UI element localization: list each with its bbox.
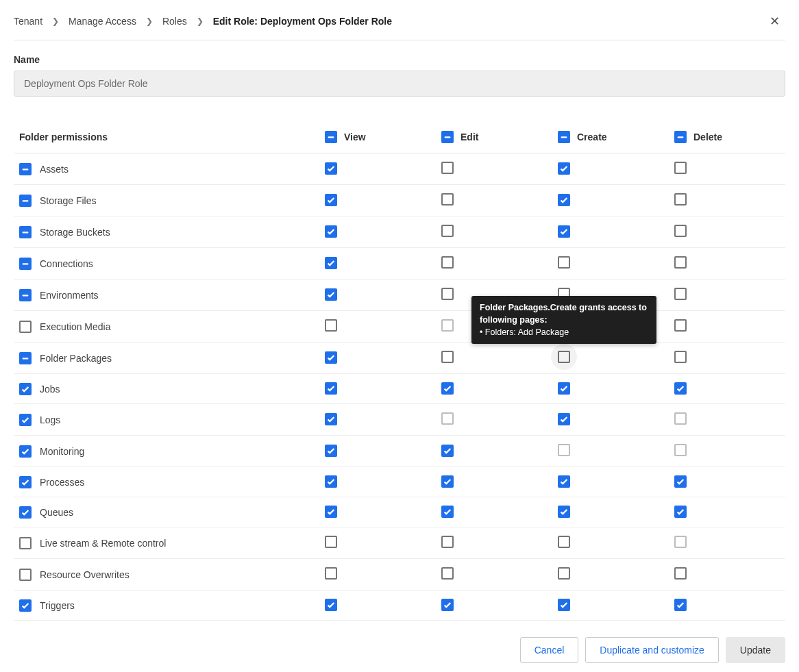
perm-jobs-create[interactable] [558,382,570,395]
breadcrumb-roles[interactable]: Roles [162,16,187,27]
column-toggle-view[interactable] [325,131,337,143]
perm-queues-edit[interactable] [441,506,454,518]
perm-assets-edit[interactable] [441,162,454,174]
svg-rect-4 [23,169,29,170]
perm-execution-media-edit[interactable] [441,319,454,332]
perm-execution-media-view[interactable] [325,319,337,332]
perm-processes-delete[interactable] [674,475,687,488]
perm-assets-delete[interactable] [674,162,687,174]
perm-monitoring-view[interactable] [325,445,337,457]
row-toggle-execution-media[interactable] [19,321,32,333]
perm-monitoring-create[interactable] [558,444,570,456]
breadcrumb-tenant[interactable]: Tenant [14,16,42,27]
column-toggle-edit[interactable] [441,131,454,143]
row-toggle-processes[interactable] [19,476,32,488]
row-toggle-environments[interactable] [19,289,32,301]
perm-connections-edit[interactable] [441,256,454,269]
perm-jobs-delete[interactable] [674,382,687,395]
perm-resource-overwrites-delete[interactable] [674,567,687,580]
row-toggle-assets[interactable] [19,163,32,175]
folder-permissions-table: Folder permissions View Edit Create Dele… [14,124,785,621]
row-toggle-queues[interactable] [19,506,32,519]
perm-logs-delete[interactable] [674,412,687,425]
perm-live-stream-remote-control-view[interactable] [325,536,337,548]
perm-triggers-delete[interactable] [674,599,687,611]
perm-folder-packages-edit[interactable] [441,351,454,363]
perm-jobs-edit[interactable] [441,382,454,395]
row-toggle-connections[interactable] [19,258,32,270]
cancel-button[interactable]: Cancel [520,637,579,663]
perm-connections-view[interactable] [325,257,337,269]
perm-processes-view[interactable] [325,475,337,488]
row-toggle-monitoring[interactable] [19,445,32,458]
svg-rect-2 [561,136,567,138]
perm-storage-files-delete[interactable] [674,193,687,206]
perm-storage-buckets-view[interactable] [325,225,337,238]
perm-logs-edit[interactable] [441,412,454,425]
perm-connections-delete[interactable] [674,256,687,269]
perm-storage-buckets-create[interactable] [558,225,570,238]
column-toggle-delete[interactable] [674,131,687,143]
close-icon[interactable]: ✕ [764,11,785,32]
perm-assets-view[interactable] [325,162,337,175]
perm-folder-packages-create[interactable] [558,351,570,363]
perm-folder-packages-view[interactable] [325,351,337,364]
role-name-input[interactable] [14,71,785,97]
row-toggle-resource-overwrites[interactable] [19,569,32,581]
chevron-right-icon: ❯ [146,16,153,26]
perm-resource-overwrites-edit[interactable] [441,567,454,580]
perm-folder-packages-delete[interactable] [674,351,687,363]
perm-monitoring-edit[interactable] [441,445,454,457]
update-button[interactable]: Update [726,637,785,663]
perm-environments-view[interactable] [325,288,337,301]
perm-jobs-view[interactable] [325,382,337,395]
perm-live-stream-remote-control-delete[interactable] [674,536,687,548]
permission-row: Environments [14,279,785,311]
perm-monitoring-delete[interactable] [674,444,687,456]
duplicate-and-customize-button[interactable]: Duplicate and customize [585,637,719,663]
perm-triggers-view[interactable] [325,599,337,611]
perm-queues-view[interactable] [325,506,337,518]
row-toggle-storage-files[interactable] [19,195,32,207]
row-toggle-storage-buckets[interactable] [19,226,32,238]
chevron-right-icon: ❯ [197,16,204,26]
breadcrumb: Tenant ❯ Manage Access ❯ Roles ❯ Edit Ro… [14,16,392,27]
perm-processes-edit[interactable] [441,475,454,488]
row-toggle-jobs[interactable] [19,383,32,395]
perm-environments-edit[interactable] [441,288,454,300]
column-toggle-create[interactable] [558,131,570,143]
perm-execution-media-delete[interactable] [674,319,687,332]
perm-queues-create[interactable] [558,506,570,518]
svg-rect-9 [23,358,29,359]
row-toggle-folder-packages[interactable] [19,352,32,364]
perm-logs-view[interactable] [325,413,337,425]
perm-storage-files-edit[interactable] [441,193,454,206]
perm-logs-create[interactable] [558,413,570,425]
permission-row-label: Triggers [40,600,75,611]
permission-row-label: Logs [40,414,60,425]
row-toggle-live-stream-remote-control[interactable] [19,537,32,549]
svg-rect-6 [23,232,29,233]
perm-processes-create[interactable] [558,475,570,488]
row-toggle-logs[interactable] [19,414,32,426]
row-toggle-triggers[interactable] [19,599,32,612]
perm-storage-files-create[interactable] [558,194,570,206]
permission-row-label: Processes [40,477,84,488]
tooltip-line2: • Folders: Add Package [480,327,569,337]
perm-queues-delete[interactable] [674,506,687,518]
perm-resource-overwrites-create[interactable] [558,567,570,580]
perm-resource-overwrites-view[interactable] [325,567,337,580]
permission-row: Logs [14,404,785,436]
perm-triggers-edit[interactable] [441,599,454,611]
perm-connections-create[interactable] [558,256,570,269]
perm-storage-buckets-edit[interactable] [441,225,454,237]
perm-storage-files-view[interactable] [325,194,337,206]
breadcrumb-manage-access[interactable]: Manage Access [69,16,136,27]
perm-assets-create[interactable] [558,162,570,175]
perm-live-stream-remote-control-edit[interactable] [441,536,454,548]
perm-environments-delete[interactable] [674,288,687,300]
perm-triggers-create[interactable] [558,599,570,611]
chevron-right-icon: ❯ [52,16,59,26]
perm-storage-buckets-delete[interactable] [674,225,687,237]
perm-live-stream-remote-control-create[interactable] [558,536,570,548]
